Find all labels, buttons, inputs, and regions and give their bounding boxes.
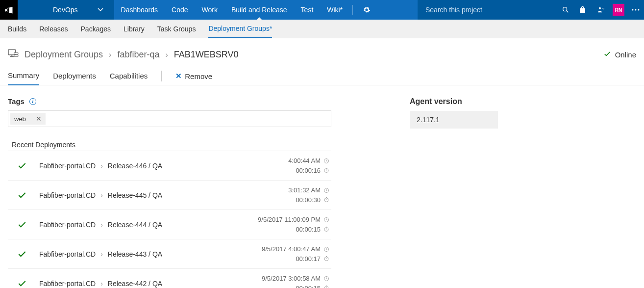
search-area[interactable] bbox=[418, 0, 574, 20]
deployment-row: Fabfiber-portal.CD›Release-443 / QA9/5/2… bbox=[8, 239, 331, 268]
deployment-duration: 00:00:17 bbox=[296, 254, 321, 264]
svg-point-0 bbox=[563, 7, 567, 11]
topnav-work[interactable]: Work bbox=[195, 0, 224, 20]
tag-remove[interactable]: ✕ bbox=[36, 115, 42, 123]
stopwatch-icon bbox=[323, 256, 329, 262]
help-button[interactable]: ? bbox=[592, 6, 610, 14]
deployment-time: 4:00:44 AM bbox=[288, 156, 321, 166]
deployment-row: Fabfiber-portal.CD›Release-445 / QA3:01:… bbox=[8, 180, 331, 209]
remove-button[interactable]: ✕ Remove bbox=[175, 72, 212, 80]
search-icon bbox=[562, 6, 570, 14]
deployment-release[interactable]: Release-446 / QA bbox=[108, 162, 162, 170]
topnav-code[interactable]: Code bbox=[165, 0, 195, 20]
subnav-packages[interactable]: Packages bbox=[81, 20, 111, 38]
svg-rect-10 bbox=[14, 55, 18, 57]
deployment-pipeline[interactable]: Fabfiber-portal.CD bbox=[39, 280, 96, 288]
recent-deployments-heading: Recent Deployments bbox=[12, 141, 331, 149]
svg-text:?: ? bbox=[602, 7, 604, 11]
deployment-pipeline[interactable]: Fabfiber-portal.CD bbox=[39, 191, 96, 199]
bag-icon bbox=[579, 6, 587, 14]
settings-gear[interactable] bbox=[356, 0, 377, 20]
deployment-release[interactable]: Release-444 / QA bbox=[108, 221, 162, 229]
chevron-right-icon: › bbox=[109, 51, 111, 59]
stopwatch-icon bbox=[323, 197, 329, 203]
deployment-duration: 00:00:15 bbox=[296, 225, 321, 235]
deployment-release[interactable]: Release-442 / QA bbox=[108, 280, 162, 288]
subnav-taskgroups[interactable]: Task Groups bbox=[157, 20, 196, 38]
deployment-pipeline[interactable]: Fabfiber-portal.CD bbox=[39, 250, 96, 258]
tag-chip: web ✕ bbox=[10, 113, 46, 125]
agent-version-heading: Agent version bbox=[410, 97, 498, 106]
subnav-library[interactable]: Library bbox=[124, 20, 145, 38]
svg-rect-9 bbox=[14, 52, 18, 54]
chevron-down-icon bbox=[98, 7, 103, 13]
marketplace-button[interactable] bbox=[574, 6, 592, 14]
chevron-right-icon: › bbox=[100, 250, 103, 258]
topnav-wiki[interactable]: Wiki* bbox=[320, 0, 349, 20]
success-icon bbox=[17, 161, 27, 171]
product-logo[interactable] bbox=[0, 0, 18, 20]
stopwatch-icon bbox=[323, 167, 329, 173]
deployment-time: 9/5/2017 3:00:58 AM bbox=[262, 274, 321, 284]
tab-capabilities[interactable]: Capabilities bbox=[110, 68, 148, 85]
deployment-duration: 00:00:30 bbox=[296, 195, 321, 205]
success-icon bbox=[17, 220, 27, 230]
deployment-status bbox=[10, 190, 34, 200]
subnav-deploymentgroups[interactable]: Deployment Groups* bbox=[208, 20, 272, 38]
deployment-duration: 00:00:16 bbox=[296, 166, 321, 176]
breadcrumb: Deployment Groups › fabfiber-qa › FAB1WE… bbox=[8, 49, 239, 60]
clock-icon bbox=[323, 217, 329, 223]
topnav-build-release[interactable]: Build and Release bbox=[224, 0, 294, 20]
topnav-divider bbox=[352, 5, 353, 15]
info-icon[interactable]: i bbox=[29, 98, 36, 105]
deployment-pipeline[interactable]: Fabfiber-portal.CD bbox=[39, 221, 96, 229]
svg-point-5 bbox=[638, 9, 640, 11]
chevron-right-icon: › bbox=[100, 162, 103, 170]
deployment-time: 9/5/2017 4:00:47 AM bbox=[262, 244, 321, 254]
breadcrumb-group[interactable]: fabfiber-qa bbox=[117, 50, 159, 60]
breadcrumb-target: FAB1WEBSRV0 bbox=[174, 50, 239, 60]
project-switcher[interactable]: DevOps bbox=[18, 0, 114, 20]
deployment-row: Fabfiber-portal.CD›Release-444 / QA9/5/2… bbox=[8, 209, 331, 239]
deployment-status bbox=[10, 249, 34, 259]
deployment-time: 3:01:32 AM bbox=[288, 185, 321, 195]
project-name: DevOps bbox=[53, 6, 78, 14]
tab-summary[interactable]: Summary bbox=[8, 67, 39, 85]
chevron-right-icon: › bbox=[100, 191, 103, 199]
ellipsis-icon bbox=[632, 9, 640, 11]
success-icon bbox=[17, 279, 27, 288]
deployment-pipeline[interactable]: Fabfiber-portal.CD bbox=[39, 162, 96, 170]
deployment-status bbox=[10, 161, 34, 171]
deployment-time: 9/5/2017 11:00:09 PM bbox=[258, 215, 321, 225]
status-label: Online bbox=[615, 51, 636, 59]
remove-label: Remove bbox=[185, 72, 212, 80]
avatar[interactable]: RN bbox=[613, 4, 624, 16]
check-icon bbox=[603, 50, 611, 59]
deployment-release[interactable]: Release-445 / QA bbox=[108, 191, 162, 199]
tags-heading: Tags bbox=[8, 97, 25, 105]
success-icon bbox=[17, 249, 27, 259]
clock-icon bbox=[323, 187, 329, 193]
subnav-builds[interactable]: Builds bbox=[8, 20, 26, 38]
svg-point-1 bbox=[599, 7, 601, 9]
deployment-duration: 00:00:15 bbox=[296, 284, 321, 288]
tab-deployments[interactable]: Deployments bbox=[53, 68, 96, 85]
more-button[interactable] bbox=[627, 9, 644, 11]
chevron-right-icon: › bbox=[165, 51, 168, 59]
person-help-icon: ? bbox=[597, 6, 605, 14]
clock-icon bbox=[323, 158, 329, 164]
tag-label: web bbox=[14, 115, 26, 123]
topnav-test[interactable]: Test bbox=[294, 0, 321, 20]
breadcrumb-root[interactable]: Deployment Groups bbox=[25, 50, 103, 60]
clock-icon bbox=[323, 276, 329, 282]
agent-version-value: 2.117.1 bbox=[410, 111, 498, 129]
deployment-row: Fabfiber-portal.CD›Release-446 / QA4:00:… bbox=[8, 151, 331, 180]
svg-point-3 bbox=[632, 9, 634, 11]
svg-rect-7 bbox=[10, 56, 14, 57]
search-input[interactable] bbox=[425, 6, 562, 14]
deployment-release[interactable]: Release-443 / QA bbox=[108, 250, 162, 258]
subnav-releases[interactable]: Releases bbox=[39, 20, 68, 38]
tags-input[interactable]: web ✕ bbox=[8, 110, 331, 127]
stopwatch-icon bbox=[323, 226, 329, 232]
topnav-dashboards[interactable]: Dashboards bbox=[114, 0, 165, 20]
